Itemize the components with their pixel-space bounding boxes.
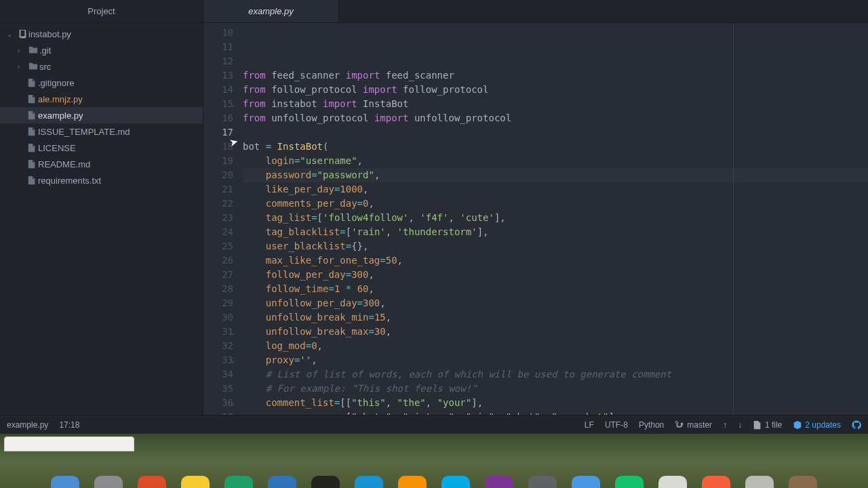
dock-app[interactable] (94, 476, 123, 488)
code-line[interactable]: unfollow_break_min=15, (243, 310, 868, 325)
tree-item-ale-mnjz-py[interactable]: ale.mnjz.py (0, 91, 203, 107)
code-line[interactable]: proxy='', (243, 353, 868, 367)
line-number[interactable]: 22 (203, 197, 233, 211)
line-number[interactable]: 18 (203, 140, 233, 154)
code-line[interactable]: comments_per_day=0, (243, 197, 868, 211)
line-number[interactable]: 35 (203, 382, 233, 396)
line-number[interactable]: 20 (203, 168, 233, 182)
tree-root[interactable]: ⌄ instabot.py (0, 26, 203, 42)
tree-item-label: .git (39, 45, 51, 56)
line-number[interactable]: 14 (203, 83, 233, 97)
line-number[interactable]: 10 (203, 26, 233, 40)
line-number[interactable]: 26 (203, 253, 233, 268)
tree-item-src[interactable]: ›src (0, 58, 203, 75)
line-number[interactable]: 16 (203, 111, 233, 125)
status-language[interactable]: Python (639, 420, 664, 430)
code-line[interactable]: unfollow_break_max=30, (243, 325, 868, 339)
status-files[interactable]: 1 file (753, 420, 782, 430)
line-number[interactable]: 28 (203, 282, 233, 296)
git-pull-icon[interactable]: ↓ (738, 420, 742, 430)
dock-app[interactable] (311, 476, 340, 488)
code-line[interactable]: password="password", (243, 168, 868, 182)
dock-app[interactable] (615, 476, 644, 488)
dock-app[interactable] (485, 476, 513, 488)
code-line[interactable]: comment_list=[["this", "the", "your"], (243, 396, 868, 410)
tree-item-issue-template-md[interactable]: ISSUE_TEMPLATE.md (0, 123, 203, 140)
line-number[interactable]: 34 (203, 367, 233, 382)
code-line[interactable]: # List of list of words, each of which w… (243, 367, 868, 382)
wrap-guide (733, 23, 734, 415)
code-line[interactable]: from unfollow_protocol import unfollow_p… (243, 111, 868, 125)
line-number[interactable]: 29 (203, 296, 233, 310)
dock-app[interactable] (138, 476, 166, 488)
line-number[interactable]: 23 (203, 211, 233, 225)
dock-app[interactable] (702, 476, 730, 488)
dock-app[interactable] (224, 476, 253, 488)
code-line[interactable]: follow_per_day=300, (243, 268, 868, 282)
code-area[interactable]: 1011121314151617181920212223242526272829… (203, 23, 868, 415)
line-number[interactable]: 33 (203, 353, 233, 367)
code-line[interactable]: ["photo", "picture", "pic", "shot", "sna… (243, 410, 868, 415)
tree-item--git[interactable]: ›.git (0, 42, 203, 58)
code-line[interactable]: unfollow_per_day=300, (243, 296, 868, 310)
line-number[interactable]: 30 (203, 310, 233, 325)
line-number[interactable]: 12 (203, 54, 233, 68)
line-number[interactable]: 17 (203, 125, 233, 140)
code-line[interactable] (243, 125, 868, 140)
dock-app[interactable] (355, 476, 383, 488)
code-line[interactable]: tag_list=['follow4follow', 'f4f', 'cute'… (243, 211, 868, 225)
tree-item-example-py[interactable]: example.py (0, 107, 203, 123)
code-line[interactable]: log_mod=0, (243, 339, 868, 353)
code-content[interactable]: from feed_scanner import feed_scannerfro… (239, 23, 868, 415)
status-encoding[interactable]: UTF-8 (605, 420, 628, 430)
dock-app[interactable] (572, 476, 600, 488)
dock-app[interactable] (789, 476, 817, 488)
tab-example-py[interactable]: example.py (203, 0, 339, 22)
dock-app[interactable] (528, 476, 557, 488)
line-number[interactable]: 32 (203, 339, 233, 353)
line-number[interactable]: 27 (203, 268, 233, 282)
dock-app[interactable] (181, 476, 210, 488)
line-number[interactable]: 36 (203, 396, 233, 410)
status-cursor[interactable]: 17:18 (59, 420, 79, 430)
tree-item-readme-md[interactable]: README.md (0, 156, 203, 172)
code-line[interactable]: bot = InstaBot( (243, 140, 868, 154)
dock-app[interactable] (441, 476, 470, 488)
status-updates[interactable]: 2 updates (793, 420, 841, 430)
status-branch[interactable]: master (675, 420, 712, 430)
line-number[interactable]: 31 (203, 325, 233, 339)
line-number[interactable]: 15 (203, 97, 233, 111)
line-number[interactable]: 11 (203, 40, 233, 54)
code-line[interactable]: from feed_scanner import feed_scanner (243, 68, 868, 83)
octocat-icon[interactable] (852, 420, 861, 430)
dock-app[interactable] (51, 476, 79, 488)
code-line[interactable]: max_like_for_one_tag=50, (243, 253, 868, 268)
code-line[interactable]: user_blacklist={}, (243, 239, 868, 253)
code-line[interactable]: # For example: "This shot feels wow!" (243, 382, 868, 396)
code-line[interactable]: tag_blacklist=['rain', 'thunderstorm'], (243, 225, 868, 239)
code-line[interactable]: follow_time=1 * 60, (243, 282, 868, 296)
line-number[interactable]: 13 (203, 68, 233, 83)
git-push-icon[interactable]: ↑ (723, 420, 727, 430)
code-line[interactable]: like_per_day=1000, (243, 182, 868, 197)
dock-app[interactable] (658, 476, 687, 488)
code-line[interactable]: login="username", (243, 154, 868, 168)
line-number[interactable]: 37 (203, 410, 233, 415)
code-line[interactable]: from instabot import InstaBot (243, 97, 868, 111)
tree-item-license[interactable]: LICENSE (0, 140, 203, 156)
dock-app[interactable] (398, 476, 427, 488)
status-file[interactable]: example.py (7, 420, 48, 430)
status-line-ending[interactable]: LF (585, 420, 594, 430)
tree-item--gitignore[interactable]: .gitignore (0, 75, 203, 91)
dock-app[interactable] (268, 476, 296, 488)
line-number[interactable]: 21 (203, 182, 233, 197)
tree-item-requirements-txt[interactable]: requirements.txt (0, 172, 203, 188)
line-number[interactable]: 19 (203, 154, 233, 168)
line-number[interactable]: 24 (203, 225, 233, 239)
code-line[interactable]: from follow_protocol import follow_proto… (243, 83, 868, 97)
dock-app[interactable] (745, 476, 774, 488)
line-number[interactable]: 25 (203, 239, 233, 253)
file-icon (26, 127, 38, 136)
tree-item-label: ISSUE_TEMPLATE.md (38, 127, 130, 137)
tree-item-label: LICENSE (38, 143, 76, 153)
